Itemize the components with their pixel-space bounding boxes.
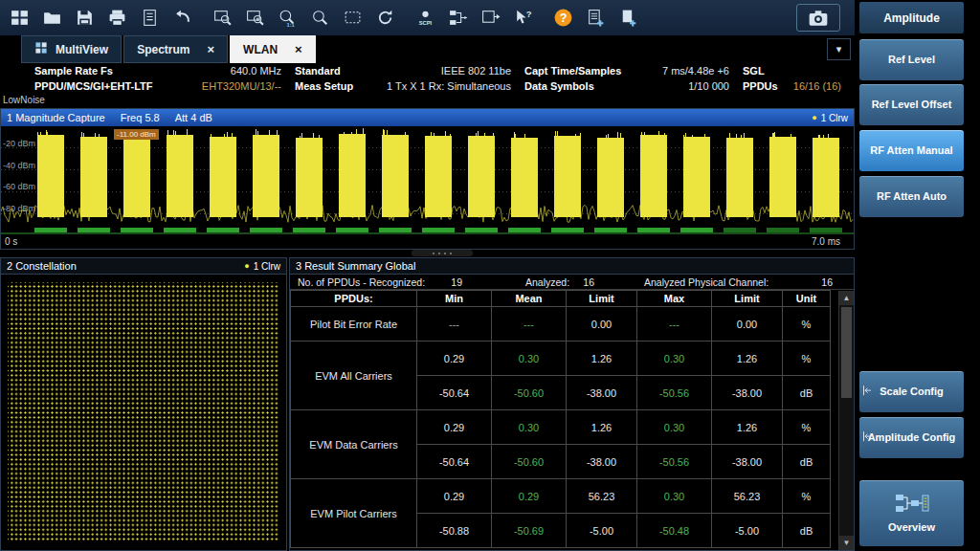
info-sgl[interactable]: SGL: [743, 65, 855, 77]
close-tab-icon[interactable]: ×: [197, 42, 214, 56]
info-label: Capt Time/Samples: [524, 65, 621, 77]
softkey-label: RF Atten Manual: [870, 144, 952, 158]
tab-bar: MultiViewSpectrum×WLAN× ▾: [0, 35, 855, 63]
report-add-icon[interactable]: [579, 4, 612, 33]
windows-icon[interactable]: [3, 4, 35, 33]
svg-text:-80 dBm: -80 dBm: [3, 204, 35, 213]
softkey-scale-config[interactable]: Scale Config: [859, 371, 964, 412]
constellation-window: 2 Constellation ● 1 Clrw: [0, 257, 287, 551]
print-icon[interactable]: [100, 4, 133, 33]
scroll-down-icon[interactable]: ▼: [839, 536, 854, 550]
split-window-icon[interactable]: [474, 4, 506, 33]
scroll-up-icon[interactable]: ▲: [839, 291, 854, 305]
tab-wlan[interactable]: WLAN×: [230, 35, 316, 63]
toolbar-separator: [539, 6, 546, 31]
close-tab-icon[interactable]: ×: [285, 42, 302, 56]
sequencer-icon[interactable]: [441, 4, 474, 33]
info-label: Data Symbols: [524, 80, 594, 92]
trace-legend: ● 1 Clrw: [812, 113, 848, 123]
info-sample-rate-fs[interactable]: Sample Rate Fs640.0 MHz: [34, 65, 295, 77]
svg-text:-40 dBm: -40 dBm: [3, 161, 35, 170]
select-window-icon[interactable]: [336, 4, 368, 33]
grid-icon: [34, 41, 48, 57]
result-row: EVM All Carriers0.290.301.260.301.26%: [291, 342, 831, 376]
window-title: 1 Magnitude Capture: [7, 112, 105, 123]
tab-spectrum[interactable]: Spectrum×: [123, 35, 228, 63]
window-splitter-handle[interactable]: [412, 250, 473, 256]
magnitude-capture-titlebar[interactable]: 1 Magnitude Capture Freq 5.8 Att 4 dB ● …: [1, 109, 854, 126]
info-label: SGL: [743, 65, 765, 77]
open-file-icon[interactable]: [35, 4, 68, 33]
toolbar: 1:1SCPI??: [0, 0, 855, 35]
cell-min: -50.88: [417, 514, 492, 548]
help-icon[interactable]: ?: [546, 4, 579, 33]
refresh-icon[interactable]: [368, 4, 401, 33]
softkey-rf-atten-manual[interactable]: RF Atten Manual: [859, 130, 964, 171]
lownoise-indicator: LowNoise: [3, 95, 45, 105]
axis-start-label: 0 s: [5, 236, 17, 247]
info-ppdu-mcs-gi-eht-ltf[interactable]: PPDU/MCS/GI+EHT-LTFEHT320MU/13/--: [34, 80, 295, 92]
trace-color-dot: ●: [244, 261, 249, 271]
zoom-window-icon[interactable]: [206, 4, 238, 33]
tab-label: WLAN: [243, 43, 278, 56]
softkey-rf-atten-auto[interactable]: RF Atten Auto: [859, 176, 964, 217]
constellation-plot[interactable]: [8, 282, 279, 541]
info-meas-setup[interactable]: Meas Setup1 Tx X 1 Rx: Simultaneous: [295, 80, 524, 92]
column-header-max: Max: [637, 291, 712, 307]
cell-limit: 56.23: [712, 479, 783, 514]
info-standard[interactable]: StandardIEEE 802 11be: [295, 65, 524, 77]
tab-multiview[interactable]: MultiView: [21, 35, 122, 63]
table-scrollbar[interactable]: ▲ ▼: [838, 291, 854, 550]
cell-limit: -5.00: [567, 514, 637, 548]
trace-label: 1 Clrw: [254, 261, 280, 272]
info-value: IEEE 802 11be: [441, 65, 511, 77]
softkey-label: RF Atten Auto: [877, 190, 947, 204]
cell-mean: -50.69: [492, 514, 567, 548]
softkey-amplitude-config[interactable]: Amplitude Config: [859, 417, 964, 458]
open-dialog-arrow-icon: [862, 385, 873, 400]
cell-max: 0.30: [637, 479, 712, 514]
cell-limit: 1.26: [712, 342, 783, 376]
freq-setting: Freq 5.8: [121, 112, 160, 123]
marker-readout[interactable]: -11.00 dBm: [114, 129, 159, 140]
zoom-window-add-icon[interactable]: [238, 4, 271, 33]
tab-label: Spectrum: [137, 43, 189, 56]
tab-list-dropdown[interactable]: ▾: [827, 38, 851, 60]
ppdu-statistics-row: No. of PPDUs - Recognized: 19 Analyzed: …: [290, 275, 854, 290]
report-icon[interactable]: [133, 4, 166, 33]
row-name: EVM Data Carriers: [291, 410, 417, 479]
info-capt-time-samples[interactable]: Capt Time/Samples7 ms/4.48e +6: [524, 65, 743, 77]
info-label: PPDU/MCS/GI+EHT-LTF: [34, 80, 153, 92]
softkey-ref-level-offset[interactable]: Ref Level Offset: [859, 84, 964, 125]
info-value: 1 Tx X 1 Rx: Simultaneous: [387, 80, 511, 92]
scpi-recorder-icon[interactable]: SCPI: [409, 4, 441, 33]
window-title: 3 Result Summary Global: [296, 260, 415, 272]
zoom-1to1-icon[interactable]: 1:1: [271, 4, 303, 33]
toolbar-separator: [198, 6, 206, 31]
softkey-overview[interactable]: Overview: [859, 480, 964, 546]
tab-label: MultiView: [56, 43, 108, 56]
cell-mean: 0.29: [492, 479, 567, 514]
cell-max: -50.48: [637, 514, 712, 548]
att-setting: Att 4 dB: [175, 112, 212, 123]
analyzed-label: Analyzed:: [525, 276, 569, 288]
zoom-icon[interactable]: [303, 4, 336, 33]
time-axis: 0 s 7.0 ms: [1, 235, 854, 247]
analyzed-value: 16: [583, 276, 594, 288]
info-value: 640.0 MHz: [231, 65, 281, 77]
context-help-icon[interactable]: ?: [506, 4, 539, 33]
constellation-titlebar[interactable]: 2 Constellation ● 1 Clrw: [1, 258, 286, 275]
info-ppdus[interactable]: PPDUs16/16 (16): [743, 80, 855, 92]
overview-icon: [894, 493, 930, 518]
report-new-icon[interactable]: [612, 4, 644, 33]
undo-icon[interactable]: [166, 4, 198, 33]
result-row: EVM Pilot Carriers0.290.2956.230.3056.23…: [291, 479, 831, 514]
screenshot-camera-button[interactable]: [796, 4, 840, 32]
softkey-ref-level[interactable]: Ref Level: [859, 39, 964, 80]
magnitude-capture-plot[interactable]: -20 dBm-40 dBm-60 dBm-80 dBm -11.00 dBm: [1, 126, 854, 235]
scrollbar-thumb[interactable]: [841, 307, 852, 398]
info-data-symbols[interactable]: Data Symbols1/10 000: [524, 80, 743, 92]
instrument-screen: 1:1SCPI?? Amplitude Ref LevelRef Level O…: [0, 0, 980, 551]
result-summary-titlebar[interactable]: 3 Result Summary Global: [290, 258, 854, 275]
save-icon[interactable]: [68, 4, 100, 33]
